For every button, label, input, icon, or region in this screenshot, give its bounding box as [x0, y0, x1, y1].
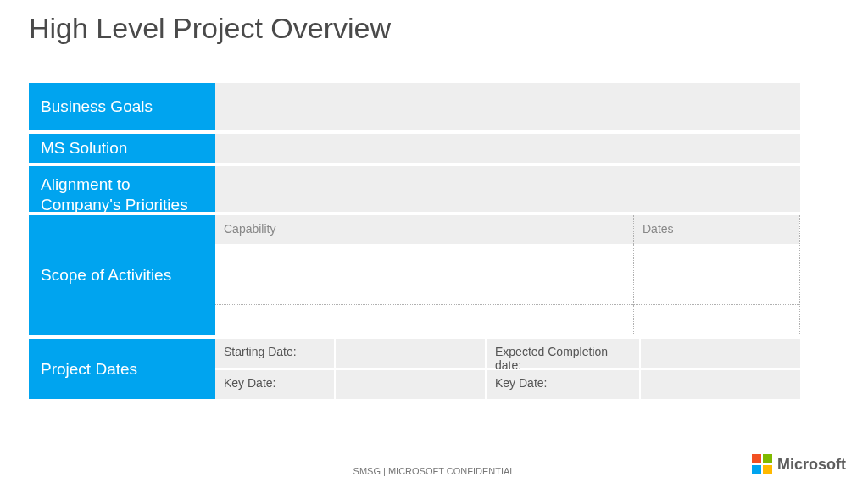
microsoft-logo: Microsoft: [752, 454, 846, 474]
row-ms-solution: MS Solution: [29, 134, 800, 163]
cell-dates: [633, 244, 799, 274]
row-project-dates: Project Dates Starting Date: Expected Co…: [29, 339, 800, 399]
col-dates: Dates: [633, 215, 799, 244]
label-starting-date: Starting Date:: [215, 339, 334, 368]
table-row: [215, 244, 799, 274]
project-dates-line-1: Starting Date: Expected Completion date:: [215, 339, 800, 368]
logo-square-green: [763, 454, 772, 463]
label-key-date-1: Key Date:: [215, 370, 334, 399]
logo-square-yellow: [763, 465, 772, 474]
microsoft-logo-icon: [752, 454, 772, 474]
value-starting-date: [336, 339, 485, 368]
label-key-date-2: Key Date:: [487, 370, 639, 399]
cell-capability: [215, 244, 633, 274]
label-project-dates: Project Dates: [29, 339, 215, 399]
value-alignment: [215, 166, 800, 212]
label-business-goals: Business Goals: [29, 83, 215, 130]
cell-capability: [215, 274, 633, 305]
value-business-goals: [215, 83, 800, 130]
table-row: [215, 274, 799, 305]
row-business-goals: Business Goals: [29, 83, 800, 130]
col-capability: Capability: [215, 215, 633, 244]
value-expected-completion: [641, 339, 800, 368]
cell-dates: [633, 305, 799, 336]
value-key-date-1: [336, 370, 485, 399]
page-title: High Level Project Overview: [29, 12, 391, 45]
project-dates-grid: Starting Date: Expected Completion date:…: [215, 339, 800, 399]
row-scope: Scope of Activities Capability Dates: [29, 215, 800, 336]
label-expected-completion: Expected Completion date:: [487, 339, 639, 368]
footer-text: SMSG | MICROSOFT CONFIDENTIAL: [0, 466, 868, 476]
value-key-date-2: [641, 370, 800, 399]
row-alignment: Alignment to Company's Priorities: [29, 166, 800, 212]
label-scope: Scope of Activities: [29, 215, 215, 336]
project-dates-line-2: Key Date: Key Date:: [215, 370, 800, 399]
logo-square-blue: [752, 465, 761, 474]
scope-table: Capability Dates: [215, 215, 800, 336]
cell-capability: [215, 305, 633, 336]
scope-table-head: Capability Dates: [215, 215, 799, 244]
value-ms-solution: [215, 134, 800, 163]
cell-dates: [633, 274, 799, 305]
slide: High Level Project Overview Business Goa…: [0, 0, 868, 488]
label-ms-solution: MS Solution: [29, 134, 215, 163]
table-row: [215, 305, 799, 336]
label-alignment: Alignment to Company's Priorities: [29, 166, 215, 212]
logo-square-red: [752, 454, 761, 463]
content-area: Business Goals MS Solution Alignment to …: [29, 83, 800, 399]
microsoft-logo-text: Microsoft: [777, 456, 846, 474]
